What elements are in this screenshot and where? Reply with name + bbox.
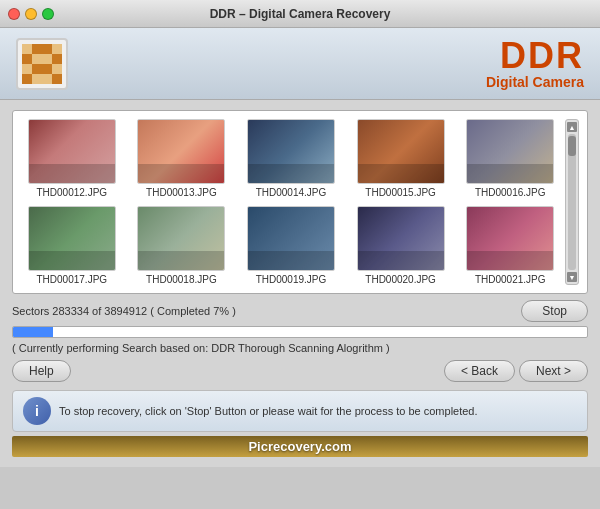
thumbnail-label: THD00016.JPG [475, 187, 546, 198]
thumbnail-label: THD00014.JPG [256, 187, 327, 198]
list-item[interactable]: THD00017.JPG [21, 206, 123, 285]
list-item[interactable]: THD00014.JPG [240, 119, 342, 198]
thumbnail-label: THD00012.JPG [37, 187, 108, 198]
thumbnail-image [357, 119, 445, 184]
checkerboard-icon: // Generate checkerboard const colors = … [22, 44, 62, 84]
thumbnail-label: THD00018.JPG [146, 274, 217, 285]
window-title: DDR – Digital Camera Recovery [210, 7, 391, 21]
thumbnail-label: THD00019.JPG [256, 274, 327, 285]
thumbnail-image [466, 206, 554, 271]
brand-subtitle: Digital Camera [486, 74, 584, 90]
list-item[interactable]: THD00018.JPG [131, 206, 233, 285]
watermark-text: Picrecovery.com [248, 439, 351, 454]
list-item[interactable]: THD00015.JPG [350, 119, 452, 198]
list-item[interactable]: THD00021.JPG [459, 206, 561, 285]
navigation-row: Help < Back Next > [12, 360, 588, 382]
scroll-down-arrow[interactable]: ▼ [567, 272, 577, 282]
back-button[interactable]: < Back [444, 360, 515, 382]
photo-grid: THD00012.JPGTHD00013.JPGTHD00014.JPGTHD0… [21, 119, 561, 285]
stop-button[interactable]: Stop [521, 300, 588, 322]
minimize-button[interactable] [25, 8, 37, 20]
thumbnail-label: THD00020.JPG [365, 274, 436, 285]
scroll-track[interactable] [568, 134, 576, 270]
thumbnail-image [247, 119, 335, 184]
list-item[interactable]: THD00013.JPG [131, 119, 233, 198]
app-header: // Generate checkerboard const colors = … [0, 28, 600, 100]
close-button[interactable] [8, 8, 20, 20]
progress-bar-fill [13, 327, 53, 337]
info-message: To stop recovery, click on 'Stop' Button… [59, 405, 577, 417]
watermark-bar: Picrecovery.com [12, 436, 588, 457]
thumbnail-image [28, 206, 116, 271]
scroll-up-arrow[interactable]: ▲ [567, 122, 577, 132]
progress-area: Sectors 283334 of 3894912 ( Completed 7%… [12, 300, 588, 354]
thumbnail-label: THD00015.JPG [365, 187, 436, 198]
scrollbar[interactable]: ▲ ▼ [565, 119, 579, 285]
brand-area: DDR Digital Camera [486, 38, 584, 90]
traffic-lights [8, 8, 54, 20]
thumbnail-label: THD00017.JPG [37, 274, 108, 285]
maximize-button[interactable] [42, 8, 54, 20]
list-item[interactable]: THD00012.JPG [21, 119, 123, 198]
thumbnail-label: THD00013.JPG [146, 187, 217, 198]
list-item[interactable]: THD00016.JPG [459, 119, 561, 198]
next-button[interactable]: Next > [519, 360, 588, 382]
progress-text: Sectors 283334 of 3894912 ( Completed 7%… [12, 305, 236, 317]
progress-row: Sectors 283334 of 3894912 ( Completed 7%… [12, 300, 588, 322]
progress-bar-container [12, 326, 588, 338]
thumbnail-label: THD00021.JPG [475, 274, 546, 285]
scanning-text: ( Currently performing Search based on: … [12, 342, 588, 354]
thumbnail-image [28, 119, 116, 184]
app-logo: // Generate checkerboard const colors = … [16, 38, 68, 90]
info-icon: i [23, 397, 51, 425]
brand-title: DDR [486, 38, 584, 74]
gallery-container: THD00012.JPGTHD00013.JPGTHD00014.JPGTHD0… [12, 110, 588, 294]
thumbnail-image [466, 119, 554, 184]
list-item[interactable]: THD00020.JPG [350, 206, 452, 285]
main-content: THD00012.JPGTHD00013.JPGTHD00014.JPGTHD0… [0, 100, 600, 467]
thumbnail-image [357, 206, 445, 271]
thumbnail-image [137, 119, 225, 184]
title-bar: DDR – Digital Camera Recovery [0, 0, 600, 28]
info-bar: i To stop recovery, click on 'Stop' Butt… [12, 390, 588, 432]
list-item[interactable]: THD00019.JPG [240, 206, 342, 285]
thumbnail-image [137, 206, 225, 271]
scroll-thumb[interactable] [568, 136, 576, 156]
help-button[interactable]: Help [12, 360, 71, 382]
thumbnail-image [247, 206, 335, 271]
